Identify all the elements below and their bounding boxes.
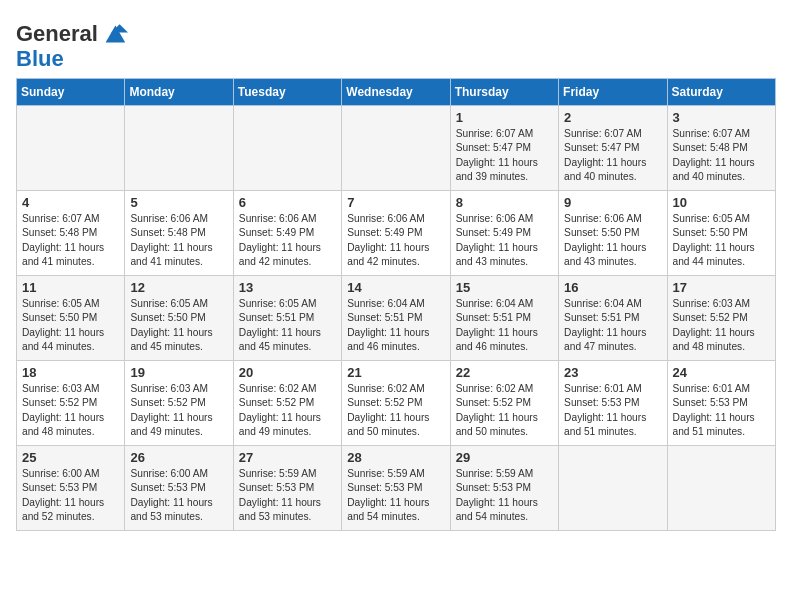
day-info: Sunrise: 5:59 AMSunset: 5:53 PMDaylight:… <box>456 467 554 524</box>
day-number: 11 <box>22 280 120 295</box>
day-number: 12 <box>130 280 228 295</box>
day-number: 3 <box>673 110 771 125</box>
calendar-table: SundayMondayTuesdayWednesdayThursdayFrid… <box>16 78 776 531</box>
day-info: Sunrise: 6:04 AMSunset: 5:51 PMDaylight:… <box>564 297 662 354</box>
calendar-cell: 25Sunrise: 6:00 AMSunset: 5:53 PMDayligh… <box>17 446 125 531</box>
page-header: General Blue <box>16 16 776 70</box>
calendar-cell <box>559 446 667 531</box>
day-number: 5 <box>130 195 228 210</box>
calendar-week-row: 1Sunrise: 6:07 AMSunset: 5:47 PMDaylight… <box>17 106 776 191</box>
svg-marker-1 <box>111 24 128 32</box>
logo: General Blue <box>16 20 128 70</box>
calendar-cell: 20Sunrise: 6:02 AMSunset: 5:52 PMDayligh… <box>233 361 341 446</box>
calendar-cell <box>125 106 233 191</box>
header-day-wednesday: Wednesday <box>342 79 450 106</box>
calendar-cell: 4Sunrise: 6:07 AMSunset: 5:48 PMDaylight… <box>17 191 125 276</box>
day-info: Sunrise: 6:07 AMSunset: 5:48 PMDaylight:… <box>673 127 771 184</box>
day-info: Sunrise: 5:59 AMSunset: 5:53 PMDaylight:… <box>347 467 445 524</box>
day-number: 20 <box>239 365 337 380</box>
day-info: Sunrise: 6:06 AMSunset: 5:49 PMDaylight:… <box>239 212 337 269</box>
day-info: Sunrise: 6:07 AMSunset: 5:48 PMDaylight:… <box>22 212 120 269</box>
calendar-cell: 12Sunrise: 6:05 AMSunset: 5:50 PMDayligh… <box>125 276 233 361</box>
day-info: Sunrise: 6:05 AMSunset: 5:50 PMDaylight:… <box>130 297 228 354</box>
calendar-cell: 23Sunrise: 6:01 AMSunset: 5:53 PMDayligh… <box>559 361 667 446</box>
calendar-cell: 21Sunrise: 6:02 AMSunset: 5:52 PMDayligh… <box>342 361 450 446</box>
calendar-cell: 24Sunrise: 6:01 AMSunset: 5:53 PMDayligh… <box>667 361 775 446</box>
day-number: 1 <box>456 110 554 125</box>
header-day-monday: Monday <box>125 79 233 106</box>
header-day-thursday: Thursday <box>450 79 558 106</box>
day-number: 18 <box>22 365 120 380</box>
day-number: 23 <box>564 365 662 380</box>
calendar-cell: 17Sunrise: 6:03 AMSunset: 5:52 PMDayligh… <box>667 276 775 361</box>
calendar-cell: 15Sunrise: 6:04 AMSunset: 5:51 PMDayligh… <box>450 276 558 361</box>
day-number: 6 <box>239 195 337 210</box>
day-number: 27 <box>239 450 337 465</box>
day-info: Sunrise: 6:06 AMSunset: 5:48 PMDaylight:… <box>130 212 228 269</box>
calendar-cell <box>342 106 450 191</box>
day-number: 22 <box>456 365 554 380</box>
calendar-cell: 29Sunrise: 5:59 AMSunset: 5:53 PMDayligh… <box>450 446 558 531</box>
day-info: Sunrise: 6:00 AMSunset: 5:53 PMDaylight:… <box>130 467 228 524</box>
header-day-sunday: Sunday <box>17 79 125 106</box>
calendar-week-row: 25Sunrise: 6:00 AMSunset: 5:53 PMDayligh… <box>17 446 776 531</box>
calendar-cell: 3Sunrise: 6:07 AMSunset: 5:48 PMDaylight… <box>667 106 775 191</box>
day-number: 19 <box>130 365 228 380</box>
calendar-cell: 14Sunrise: 6:04 AMSunset: 5:51 PMDayligh… <box>342 276 450 361</box>
day-number: 25 <box>22 450 120 465</box>
day-number: 7 <box>347 195 445 210</box>
calendar-cell: 1Sunrise: 6:07 AMSunset: 5:47 PMDaylight… <box>450 106 558 191</box>
day-number: 26 <box>130 450 228 465</box>
day-number: 14 <box>347 280 445 295</box>
calendar-cell: 8Sunrise: 6:06 AMSunset: 5:49 PMDaylight… <box>450 191 558 276</box>
calendar-cell: 5Sunrise: 6:06 AMSunset: 5:48 PMDaylight… <box>125 191 233 276</box>
calendar-cell: 7Sunrise: 6:06 AMSunset: 5:49 PMDaylight… <box>342 191 450 276</box>
day-info: Sunrise: 6:01 AMSunset: 5:53 PMDaylight:… <box>673 382 771 439</box>
calendar-cell: 9Sunrise: 6:06 AMSunset: 5:50 PMDaylight… <box>559 191 667 276</box>
day-number: 10 <box>673 195 771 210</box>
calendar-week-row: 18Sunrise: 6:03 AMSunset: 5:52 PMDayligh… <box>17 361 776 446</box>
calendar-cell: 10Sunrise: 6:05 AMSunset: 5:50 PMDayligh… <box>667 191 775 276</box>
logo-icon <box>100 20 128 48</box>
day-info: Sunrise: 6:01 AMSunset: 5:53 PMDaylight:… <box>564 382 662 439</box>
day-number: 16 <box>564 280 662 295</box>
calendar-cell: 11Sunrise: 6:05 AMSunset: 5:50 PMDayligh… <box>17 276 125 361</box>
day-info: Sunrise: 6:05 AMSunset: 5:50 PMDaylight:… <box>673 212 771 269</box>
day-info: Sunrise: 6:06 AMSunset: 5:50 PMDaylight:… <box>564 212 662 269</box>
day-info: Sunrise: 6:06 AMSunset: 5:49 PMDaylight:… <box>347 212 445 269</box>
day-number: 21 <box>347 365 445 380</box>
day-number: 2 <box>564 110 662 125</box>
logo-line1: General <box>16 23 98 45</box>
day-number: 8 <box>456 195 554 210</box>
day-info: Sunrise: 6:05 AMSunset: 5:51 PMDaylight:… <box>239 297 337 354</box>
calendar-week-row: 4Sunrise: 6:07 AMSunset: 5:48 PMDaylight… <box>17 191 776 276</box>
header-day-friday: Friday <box>559 79 667 106</box>
calendar-cell: 18Sunrise: 6:03 AMSunset: 5:52 PMDayligh… <box>17 361 125 446</box>
day-number: 17 <box>673 280 771 295</box>
calendar-cell: 13Sunrise: 6:05 AMSunset: 5:51 PMDayligh… <box>233 276 341 361</box>
day-info: Sunrise: 6:07 AMSunset: 5:47 PMDaylight:… <box>456 127 554 184</box>
day-info: Sunrise: 6:03 AMSunset: 5:52 PMDaylight:… <box>22 382 120 439</box>
day-info: Sunrise: 6:04 AMSunset: 5:51 PMDaylight:… <box>456 297 554 354</box>
day-number: 15 <box>456 280 554 295</box>
day-info: Sunrise: 5:59 AMSunset: 5:53 PMDaylight:… <box>239 467 337 524</box>
header-day-tuesday: Tuesday <box>233 79 341 106</box>
day-info: Sunrise: 6:02 AMSunset: 5:52 PMDaylight:… <box>347 382 445 439</box>
day-info: Sunrise: 6:06 AMSunset: 5:49 PMDaylight:… <box>456 212 554 269</box>
calendar-cell: 6Sunrise: 6:06 AMSunset: 5:49 PMDaylight… <box>233 191 341 276</box>
day-number: 13 <box>239 280 337 295</box>
calendar-week-row: 11Sunrise: 6:05 AMSunset: 5:50 PMDayligh… <box>17 276 776 361</box>
calendar-cell: 27Sunrise: 5:59 AMSunset: 5:53 PMDayligh… <box>233 446 341 531</box>
day-info: Sunrise: 6:05 AMSunset: 5:50 PMDaylight:… <box>22 297 120 354</box>
calendar-cell: 2Sunrise: 6:07 AMSunset: 5:47 PMDaylight… <box>559 106 667 191</box>
calendar-cell <box>17 106 125 191</box>
day-number: 4 <box>22 195 120 210</box>
day-info: Sunrise: 6:03 AMSunset: 5:52 PMDaylight:… <box>673 297 771 354</box>
day-info: Sunrise: 6:07 AMSunset: 5:47 PMDaylight:… <box>564 127 662 184</box>
day-info: Sunrise: 6:03 AMSunset: 5:52 PMDaylight:… <box>130 382 228 439</box>
day-info: Sunrise: 6:00 AMSunset: 5:53 PMDaylight:… <box>22 467 120 524</box>
day-number: 24 <box>673 365 771 380</box>
header-day-saturday: Saturday <box>667 79 775 106</box>
calendar-cell: 26Sunrise: 6:00 AMSunset: 5:53 PMDayligh… <box>125 446 233 531</box>
day-info: Sunrise: 6:02 AMSunset: 5:52 PMDaylight:… <box>456 382 554 439</box>
